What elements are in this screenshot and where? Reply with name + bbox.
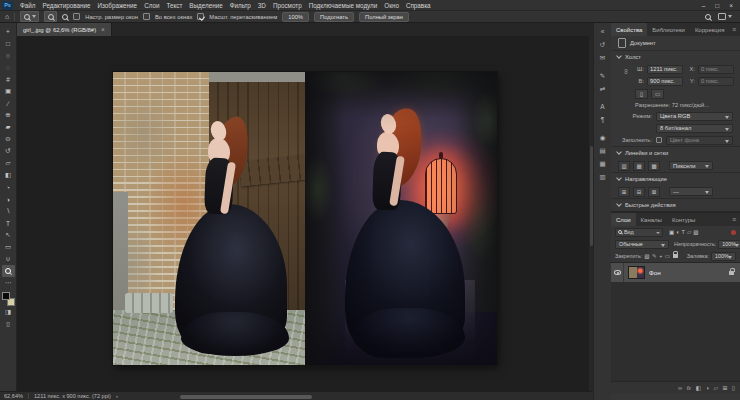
zoom-tool-preset[interactable] (20, 11, 39, 22)
filter-toggle[interactable] (731, 230, 736, 235)
quick-selection-tool[interactable]: ◌ (2, 61, 15, 73)
menu-help[interactable]: Справка (406, 2, 431, 9)
clear-guides-button[interactable]: ⊟ (633, 187, 645, 197)
libraries-icon[interactable]: ▥ (599, 170, 605, 183)
filter-type-layers-icon[interactable]: T (682, 229, 685, 235)
document-tab[interactable]: girl_.jpg @ 62,6% (RGB/8#) × (17, 23, 112, 36)
zoom-all-windows-checkbox[interactable] (143, 13, 150, 20)
foreground-color-swatch[interactable] (2, 292, 10, 300)
filter-shape-layers-icon[interactable]: ▱ (687, 229, 691, 235)
close-button[interactable]: × (729, 2, 733, 9)
patterns-icon[interactable]: ▦ (599, 157, 605, 170)
menu-file[interactable]: Файл (20, 2, 35, 9)
brush-tool[interactable]: ▰ (2, 121, 15, 133)
bit-depth-dropdown[interactable]: 8 бит/канал (656, 124, 733, 133)
zoom-tool[interactable] (2, 265, 15, 277)
blend-mode-dropdown[interactable]: Обычные (615, 240, 669, 249)
layer-name[interactable]: Фон (649, 269, 661, 276)
marquee-tool[interactable]: □ (2, 37, 15, 49)
lock-artboard-icon[interactable]: ▭ (665, 253, 670, 259)
clone-stamp-tool[interactable]: ⊙ (2, 133, 15, 145)
adjustment-layer-icon[interactable]: ◑ (705, 385, 709, 391)
visibility-cell[interactable] (611, 263, 624, 282)
edit-toolbar-button[interactable]: ⋯ (2, 277, 15, 289)
link-dimensions-icon[interactable]: ∞ (623, 69, 630, 74)
character-icon[interactable]: A (600, 100, 604, 113)
lock-pixels-icon[interactable]: ✎ (652, 253, 657, 259)
add-mask-icon[interactable]: ◧ (695, 385, 700, 391)
fill-checkbox[interactable] (656, 137, 662, 143)
type-tool[interactable]: T (2, 217, 15, 229)
quick-mask-button[interactable]: ◨ (2, 306, 15, 318)
status-chevron-icon[interactable]: › (116, 393, 118, 399)
lock-position-icon[interactable]: + (659, 253, 662, 259)
toggle-grid-button[interactable]: ▦ (633, 161, 645, 171)
paragraph-icon[interactable]: ¶ (601, 113, 605, 126)
lock-transparency-icon[interactable]: ▨ (644, 253, 649, 259)
canvas-area[interactable] (17, 36, 593, 391)
clone-source-icon[interactable]: ⇄ (600, 82, 605, 95)
history-brush-tool[interactable]: ↺ (2, 145, 15, 157)
delete-layer-icon[interactable]: ▯ (732, 385, 735, 391)
zoom-100-button[interactable]: 100% (282, 12, 309, 22)
menu-view[interactable]: Просмотр (273, 2, 302, 9)
portrait-orientation-button[interactable]: ▯ (635, 89, 648, 99)
tab-paths[interactable]: Контуры (667, 213, 701, 226)
lock-all-icon[interactable] (673, 254, 678, 258)
landscape-orientation-button[interactable]: ▭ (651, 89, 664, 99)
maximize-button[interactable]: □ (715, 2, 719, 9)
eraser-tool[interactable]: ▱ (2, 157, 15, 169)
zoom-in-button[interactable] (44, 11, 57, 22)
filter-smart-objects-icon[interactable]: ▨ (693, 229, 698, 235)
quick-actions-header[interactable]: Быстрые действия (611, 199, 740, 211)
guide-style-dropdown[interactable]: — (669, 187, 713, 196)
link-layers-icon[interactable]: ∞ (678, 385, 682, 391)
panel-menu-icon[interactable]: ≡ (732, 213, 740, 226)
color-mode-dropdown[interactable]: Цвета RGB (656, 112, 733, 121)
lock-guides-button[interactable]: ⊠ (648, 187, 660, 197)
menu-select[interactable]: Выделение (189, 2, 222, 9)
panel-menu-icon[interactable]: ≡ (732, 23, 740, 36)
comments-icon[interactable]: ✉ (600, 51, 605, 64)
screen-mode-button[interactable]: ▯ (2, 318, 15, 330)
toggle-rulers-button[interactable]: ▥ (618, 161, 630, 171)
horizontal-scroll-thumb[interactable] (180, 395, 312, 399)
fill-dropdown[interactable]: 100% (711, 252, 736, 261)
dodge-tool[interactable]: ◑ (2, 193, 15, 205)
close-document-icon[interactable]: × (101, 26, 105, 33)
menu-3d[interactable]: 3D (258, 2, 266, 9)
healing-brush-tool[interactable]: ⊕ (2, 109, 15, 121)
layer-row-background[interactable]: Фон (611, 263, 740, 282)
workspace-switcher[interactable] (718, 13, 732, 20)
brush-settings-icon[interactable]: ✎ (600, 69, 605, 82)
gradient-tool[interactable]: ◧ (2, 169, 15, 181)
menu-filter[interactable]: Фильтр (230, 2, 251, 9)
zoom-level[interactable]: 62,64% (4, 393, 23, 399)
path-selection-tool[interactable]: ↖ (2, 229, 15, 241)
color-icon[interactable]: ◉ (600, 131, 606, 144)
color-swatches[interactable] (2, 292, 15, 306)
rulers-section-header[interactable]: Линейки и сетки (611, 147, 740, 159)
menu-type[interactable]: Текст (166, 2, 182, 9)
tab-properties[interactable]: Свойства (611, 23, 647, 36)
scrubby-zoom-checkbox[interactable] (197, 13, 204, 20)
tab-libraries[interactable]: Библиотеки (647, 23, 690, 36)
filter-pixel-layers-icon[interactable]: ▣ (669, 229, 674, 235)
layer-thumbnail[interactable] (628, 266, 645, 279)
open-image[interactable] (113, 72, 497, 365)
menu-edit[interactable]: Редактирование (42, 2, 90, 9)
layer-filter-dropdown[interactable]: Вид (615, 228, 663, 237)
shape-tool[interactable]: ▭ (2, 241, 15, 253)
new-group-icon[interactable]: ▱ (713, 385, 717, 391)
width-field[interactable]: 1211 пикс. (647, 65, 683, 74)
crop-tool[interactable]: # (2, 73, 15, 85)
units-dropdown[interactable]: Пиксели (669, 161, 713, 170)
eyedropper-tool[interactable]: ∕ (2, 97, 15, 109)
opacity-dropdown[interactable]: 100% (718, 240, 740, 249)
search-icon[interactable] (705, 14, 711, 20)
move-tool[interactable]: + (2, 25, 15, 37)
height-field[interactable]: 900 пикс. (647, 77, 683, 86)
gradients-icon[interactable]: ▤ (599, 144, 605, 157)
hand-tool[interactable]: ∪ (2, 253, 15, 265)
lasso-tool[interactable]: ○ (2, 49, 15, 61)
